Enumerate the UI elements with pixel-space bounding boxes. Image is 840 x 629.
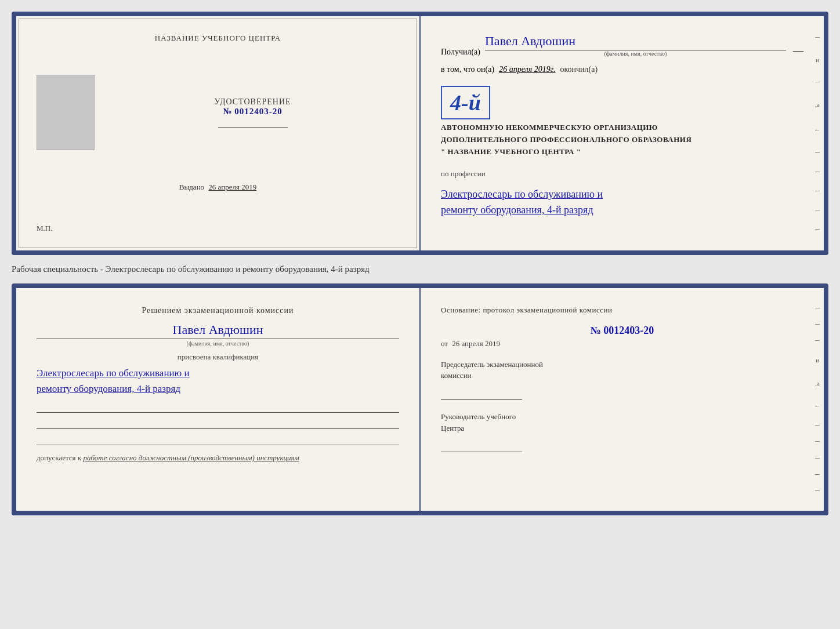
right-ticks-bottom: и ,а ← <box>814 300 820 499</box>
underline2 <box>37 416 399 429</box>
poluchil-row: Получил(a) Павел Авдюшин (фамилия, имя, … <box>441 34 803 57</box>
tick2 <box>815 82 820 82</box>
rukov-line1: Руководитель учебного <box>441 411 803 423</box>
fio-hint-top: (фамилия, имя, отчество) <box>485 50 786 57</box>
btick3 <box>815 340 820 341</box>
stamp-line1: АВТОНОМНУЮ НЕКОММЕРЧЕСКУЮ ОРГАНИЗАЦИЮ <box>441 122 803 134</box>
tick4 <box>815 172 820 172</box>
stamp-box: 4-й <box>441 86 490 119</box>
predsedatel-line2: комиссии <box>441 370 803 381</box>
predsedatel-section: Председатель экзаменационной комиссии <box>441 359 803 403</box>
underline1 <box>37 400 399 413</box>
mp-label: М.П. <box>37 224 52 233</box>
rukov-section: Руководитель учебного Центра <box>441 411 803 456</box>
dopusk-label: допускается к <box>37 453 81 462</box>
po-professii-label: по профессии <box>441 169 803 179</box>
qual-fio-hint: (фамилия, имя, отчество) <box>37 340 399 347</box>
tick-a: ,а <box>815 101 820 108</box>
btick8 <box>815 490 820 491</box>
tick-arrow: ← <box>814 126 821 133</box>
prof-line2: ремонту оборудования, 4-й разряд <box>441 202 803 218</box>
tick3 <box>815 152 820 153</box>
vydano-date: 26 апреля 2019 <box>208 183 256 191</box>
ot-prefix: от <box>441 339 448 348</box>
btick1 <box>815 308 820 308</box>
tick6 <box>815 210 820 210</box>
qual-left: Решением экзаменационной комиссии Павел … <box>16 288 421 511</box>
qual-line1: Электрослесарь по обслуживанию и <box>37 365 399 381</box>
left-mid-content: УДОСТОВЕРЕНИЕ № 0012403-20 <box>106 97 399 128</box>
predsedatel-sig-line <box>441 387 522 400</box>
tick5 <box>815 191 820 191</box>
left-photo-row: УДОСТОВЕРЕНИЕ № 0012403-20 <box>37 75 399 150</box>
btick7 <box>815 474 820 475</box>
btick2 <box>815 324 820 325</box>
dash-top: — <box>793 45 803 57</box>
vydano-section: Выдано 26 апреля 2019 <box>179 183 256 192</box>
tick7 <box>815 229 820 230</box>
number-prefix: № <box>223 107 232 117</box>
ot-line: от 26 апреля 2019 <box>441 339 803 348</box>
recipient-name: Павел Авдюшин <box>485 34 786 50</box>
auto-section: АВТОНОМНУЮ НЕКОММЕРЧЕСКУЮ ОРГАНИЗАЦИЮ ДО… <box>441 122 803 158</box>
page-wrapper: НАЗВАНИЕ УЧЕБНОГО ЦЕНТРА УДОСТОВЕРЕНИЕ №… <box>12 12 828 515</box>
stamp-line3: " НАЗВАНИЕ УЧЕБНОГО ЦЕНТРА " <box>441 146 803 158</box>
top-booklet: НАЗВАНИЕ УЧЕБНОГО ЦЕНТРА УДОСТОВЕРЕНИЕ №… <box>12 12 828 255</box>
predsedatel-line1: Председатель экзаменационной <box>441 359 803 370</box>
prisvoena-text: присвоена квалификация <box>37 352 399 362</box>
middle-text: Рабочая специальность - Электрослесарь п… <box>12 262 828 277</box>
stamp-area: 4-й АВТОНОМНУЮ НЕКОММЕРЧЕСКУЮ ОРГАНИЗАЦИ… <box>441 82 803 161</box>
stamp-grade: 4-й <box>450 92 481 114</box>
okonchil-label: окончил(а) <box>560 65 598 74</box>
ot-date: 26 апреля 2019 <box>452 339 500 348</box>
underline3 <box>37 432 399 445</box>
prof-line1: Электрослесарь по обслуживанию и <box>441 187 803 202</box>
tick1 <box>815 37 820 38</box>
booklet-left: НАЗВАНИЕ УЧЕБНОГО ЦЕНТРА УДОСТОВЕРЕНИЕ №… <box>16 16 421 250</box>
btick-i: и <box>816 357 819 363</box>
rukov-sig-line <box>441 439 522 452</box>
bottom-booklet: Решением экзаменационной комиссии Павел … <box>12 283 828 515</box>
btick6 <box>815 458 820 459</box>
left-title: НАЗВАНИЕ УЧЕБНОГО ЦЕНТРА <box>155 34 281 43</box>
qual-num-value: 0012403-20 <box>603 325 654 336</box>
poluchil-label: Получил(a) <box>441 48 480 57</box>
qual-line2: ремонту оборудования, 4-й разряд <box>37 381 399 397</box>
osnov-title: Основание: протокол экзаменационной коми… <box>441 304 803 317</box>
btick4 <box>815 425 820 426</box>
reshen-title: Решением экзаменационной комиссии <box>37 304 399 317</box>
right-ticks-top: и ,а ← <box>814 28 820 239</box>
udost-section: УДОСТОВЕРЕНИЕ № 0012403-20 <box>214 97 291 117</box>
btick5 <box>815 441 820 442</box>
udost-number: 0012403-20 <box>234 107 283 117</box>
booklet-right: Получил(a) Павел Авдюшин (фамилия, имя, … <box>421 16 824 250</box>
udost-title: УДОСТОВЕРЕНИЕ <box>214 97 291 107</box>
professiya-text: Электрослесарь по обслуживанию и ремонту… <box>441 187 803 218</box>
btick-a: ,а <box>815 380 820 387</box>
rukov-line2: Центра <box>441 423 803 434</box>
qual-num-prefix: № <box>591 325 601 336</box>
qual-right: Основание: протокол экзаменационной коми… <box>421 288 824 511</box>
qual-name: Павел Авдюшин <box>37 322 399 339</box>
btick-arrow: ← <box>814 402 821 409</box>
vtom-label: в том, что он(а) <box>441 65 494 74</box>
qual-text: Электрослесарь по обслуживанию и ремонту… <box>37 365 399 397</box>
stamp-line2: ДОПОЛНИТЕЛЬНОГО ПРОФЕССИОНАЛЬНОГО ОБРАЗО… <box>441 134 803 146</box>
tick-i: и <box>816 56 819 63</box>
photo-placeholder <box>37 75 95 150</box>
vtom-row: в том, что он(а) 26 апреля 2019г. окончи… <box>441 65 803 74</box>
vtom-date: 26 апреля 2019г. <box>499 65 555 74</box>
qual-number: № 0012403-20 <box>441 325 803 337</box>
vydano-label: Выдано <box>179 183 204 191</box>
dopusk-text: работе согласно должностным (производств… <box>83 453 299 462</box>
dopusk-section: допускается к работе согласно должностны… <box>37 453 399 463</box>
